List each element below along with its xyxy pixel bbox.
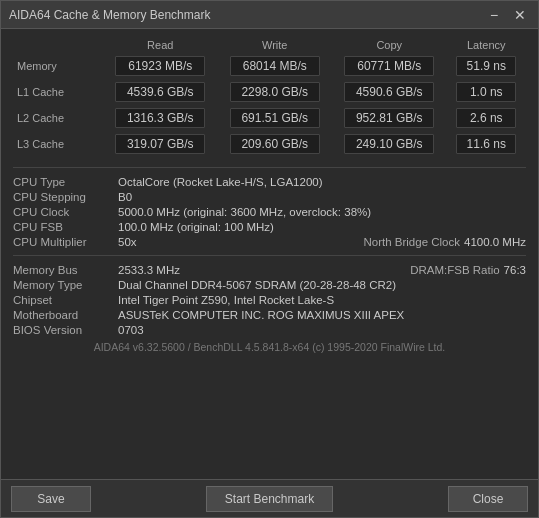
info-section: CPU Type OctalCore (Rocket Lake-H/S, LGA… <box>13 174 526 337</box>
close-button[interactable]: Close <box>448 486 528 512</box>
bottom-bar: Save Start Benchmark Close <box>1 479 538 517</box>
bench-latency-0: 51.9 ns <box>447 53 527 79</box>
divider-1 <box>13 167 526 168</box>
bench-label-0: Memory <box>13 53 103 79</box>
cpu-stepping-row: CPU Stepping B0 <box>13 189 526 204</box>
cpu-clock-label: CPU Clock <box>13 206 118 218</box>
col-header-read: Read <box>103 37 218 53</box>
footer-text: AIDA64 v6.32.5600 / BenchDLL 4.5.841.8-x… <box>13 337 526 355</box>
cpu-mult-label: CPU Multiplier <box>13 236 118 248</box>
minimize-button[interactable]: − <box>484 5 504 25</box>
main-content: Read Write Copy Latency Memory 61923 MB/… <box>1 29 538 479</box>
bench-copy-0: 60771 MB/s <box>332 53 447 79</box>
bench-read-3: 319.07 GB/s <box>103 131 218 157</box>
cpu-fsb-row: CPU FSB 100.0 MHz (original: 100 MHz) <box>13 219 526 234</box>
bios-row: BIOS Version 0703 <box>13 322 526 337</box>
cpu-type-value: OctalCore (Rocket Lake-H/S, LGA1200) <box>118 176 526 188</box>
window-title: AIDA64 Cache & Memory Benchmark <box>9 8 210 22</box>
bench-copy-1: 4590.6 GB/s <box>332 79 447 105</box>
start-benchmark-button[interactable]: Start Benchmark <box>206 486 333 512</box>
motherboard-row: Motherboard ASUSTeK COMPUTER INC. ROG MA… <box>13 307 526 322</box>
close-window-button[interactable]: ✕ <box>510 5 530 25</box>
table-header-row: Read Write Copy Latency <box>13 37 526 53</box>
bench-write-3: 209.60 GB/s <box>218 131 333 157</box>
motherboard-label: Motherboard <box>13 309 118 321</box>
mem-type-value: Dual Channel DDR4-5067 SDRAM (20-28-28-4… <box>118 279 526 291</box>
bench-write-1: 2298.0 GB/s <box>218 79 333 105</box>
nb-clock-value: 4100.0 MHz <box>464 236 526 248</box>
title-bar: AIDA64 Cache & Memory Benchmark − ✕ <box>1 1 538 29</box>
bench-latency-2: 2.6 ns <box>447 105 527 131</box>
mem-bus-row: Memory Bus 2533.3 MHz DRAM:FSB Ratio 76:… <box>13 262 526 277</box>
main-window: AIDA64 Cache & Memory Benchmark − ✕ Read… <box>0 0 539 518</box>
cpu-clock-value: 5000.0 MHz (original: 3600 MHz, overcloc… <box>118 206 526 218</box>
title-bar-controls: − ✕ <box>484 5 530 25</box>
cpu-stepping-value: B0 <box>118 191 526 203</box>
bench-row-2: L2 Cache 1316.3 GB/s 691.51 GB/s 952.81 … <box>13 105 526 131</box>
dram-ratio-value: 76:3 <box>504 264 526 276</box>
bench-row-0: Memory 61923 MB/s 68014 MB/s 60771 MB/s … <box>13 53 526 79</box>
bench-write-2: 691.51 GB/s <box>218 105 333 131</box>
bench-read-0: 61923 MB/s <box>103 53 218 79</box>
cpu-type-row: CPU Type OctalCore (Rocket Lake-H/S, LGA… <box>13 174 526 189</box>
bench-read-2: 1316.3 GB/s <box>103 105 218 131</box>
bench-label-2: L2 Cache <box>13 105 103 131</box>
col-header-write: Write <box>218 37 333 53</box>
cpu-fsb-label: CPU FSB <box>13 221 118 233</box>
cpu-type-label: CPU Type <box>13 176 118 188</box>
bench-label-3: L3 Cache <box>13 131 103 157</box>
chipset-row: Chipset Intel Tiger Point Z590, Intel Ro… <box>13 292 526 307</box>
bench-read-1: 4539.6 GB/s <box>103 79 218 105</box>
cpu-stepping-label: CPU Stepping <box>13 191 118 203</box>
bench-row-3: L3 Cache 319.07 GB/s 209.60 GB/s 249.10 … <box>13 131 526 157</box>
bench-latency-3: 11.6 ns <box>447 131 527 157</box>
mem-bus-left: Memory Bus 2533.3 MHz <box>13 264 410 276</box>
bios-label: BIOS Version <box>13 324 118 336</box>
bench-latency-1: 1.0 ns <box>447 79 527 105</box>
cpu-mult-value: 50x <box>118 236 363 248</box>
bench-copy-2: 952.81 GB/s <box>332 105 447 131</box>
cpu-mult-left: CPU Multiplier 50x <box>13 236 363 248</box>
bench-label-1: L1 Cache <box>13 79 103 105</box>
bench-write-0: 68014 MB/s <box>218 53 333 79</box>
dram-ratio-label: DRAM:FSB Ratio <box>410 264 499 276</box>
cpu-fsb-value: 100.0 MHz (original: 100 MHz) <box>118 221 526 233</box>
nb-clock-label: North Bridge Clock <box>363 236 460 248</box>
mem-type-label: Memory Type <box>13 279 118 291</box>
nb-clock-right: North Bridge Clock 4100.0 MHz <box>363 236 526 248</box>
cpu-clock-row: CPU Clock 5000.0 MHz (original: 3600 MHz… <box>13 204 526 219</box>
mem-bus-value: 2533.3 MHz <box>118 264 410 276</box>
mem-bus-label: Memory Bus <box>13 264 118 276</box>
col-header-copy: Copy <box>332 37 447 53</box>
chipset-value: Intel Tiger Point Z590, Intel Rocket Lak… <box>118 294 526 306</box>
col-header-label <box>13 37 103 53</box>
divider-2 <box>13 255 526 256</box>
bios-value: 0703 <box>118 324 526 336</box>
mem-type-row: Memory Type Dual Channel DDR4-5067 SDRAM… <box>13 277 526 292</box>
dram-ratio-right: DRAM:FSB Ratio 76:3 <box>410 264 526 276</box>
benchmark-table: Read Write Copy Latency Memory 61923 MB/… <box>13 37 526 157</box>
bench-copy-3: 249.10 GB/s <box>332 131 447 157</box>
cpu-mult-row: CPU Multiplier 50x North Bridge Clock 41… <box>13 234 526 249</box>
bench-row-1: L1 Cache 4539.6 GB/s 2298.0 GB/s 4590.6 … <box>13 79 526 105</box>
save-button[interactable]: Save <box>11 486 91 512</box>
chipset-label: Chipset <box>13 294 118 306</box>
motherboard-value: ASUSTeK COMPUTER INC. ROG MAXIMUS XIII A… <box>118 309 526 321</box>
col-header-latency: Latency <box>447 37 527 53</box>
